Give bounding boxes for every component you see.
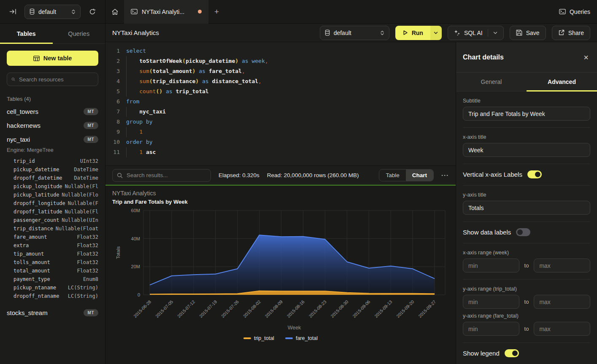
new-table-button[interactable]: New table xyxy=(7,51,98,66)
more-options-button[interactable]: ··· xyxy=(441,172,449,179)
vertical-labels-label: Vertical x-axis Labels xyxy=(463,171,522,178)
data-labels-toggle[interactable] xyxy=(516,228,530,236)
y-range-fare-group: y-axis range (fare_total) to xyxy=(463,313,590,336)
home-button[interactable] xyxy=(109,6,121,18)
column-row: pickup_longitudeNullable(Fl xyxy=(7,182,98,191)
engine-badge: MT xyxy=(84,122,98,129)
data-labels-section: Show data labels xyxy=(463,222,590,243)
line-number: 4 xyxy=(111,76,120,86)
line-number: 3 xyxy=(111,66,120,76)
editor-line: 10order by xyxy=(111,137,456,147)
code-text: select xyxy=(126,46,146,56)
chevron-down-icon[interactable] xyxy=(493,31,497,35)
column-type: LC(String) xyxy=(68,293,98,299)
column-type: LC(String) xyxy=(68,285,98,291)
column-row: dropoff_ntanameLC(String) xyxy=(7,292,98,300)
x-range-max-input[interactable] xyxy=(534,259,590,272)
code-text: 1 asc xyxy=(126,147,156,157)
x-axis-title-label: x-axis title xyxy=(463,134,590,140)
y-range-fare-max-input[interactable] xyxy=(534,322,590,336)
x-tick-label: 2015-06-28 xyxy=(132,299,152,319)
sidebar-tab-queries[interactable]: Queries xyxy=(53,24,105,43)
collapse-sidebar-button[interactable] xyxy=(7,6,19,18)
legend-swatch xyxy=(285,337,293,339)
legend-item-trip_total[interactable]: trip_total xyxy=(243,335,274,341)
y-range-trip-min-input[interactable] xyxy=(463,295,519,309)
queries-button[interactable]: Queries xyxy=(559,8,590,15)
table-row[interactable]: hackernewsMT xyxy=(7,119,98,132)
run-options-button[interactable] xyxy=(430,26,442,40)
tab-advanced[interactable]: Advanced xyxy=(527,73,597,91)
table-row[interactable]: nyc_taxiMT xyxy=(7,132,98,146)
details-body: Subtitle x-axis title Vertical x-axis La… xyxy=(456,92,597,364)
arrow-to-bar-icon xyxy=(9,8,16,15)
view-toggle-chart[interactable]: Chart xyxy=(406,170,433,181)
line-number: 9 xyxy=(111,127,120,137)
database-selector-value: default xyxy=(38,8,68,15)
column-type: Float32 xyxy=(77,259,98,265)
y-range-trip-max-input[interactable] xyxy=(534,295,590,309)
table-row[interactable]: cell_towersMT xyxy=(7,105,98,119)
sql-ai-button[interactable]: SQL AI xyxy=(448,26,504,40)
line-number: 8 xyxy=(111,117,120,127)
sidebar-content: New table Tables (4) cell_towersMThacker… xyxy=(0,44,105,364)
table-engine: Engine: MergeTree xyxy=(7,147,98,153)
column-name: total_amount xyxy=(14,268,50,274)
run-button[interactable]: Run xyxy=(395,26,430,40)
query-database-selector[interactable]: default xyxy=(320,26,389,40)
query-title: NYTaxi Analytics xyxy=(112,29,159,36)
share-button[interactable]: Share xyxy=(552,26,590,40)
legend-item-fare_total[interactable]: fare_total xyxy=(285,335,318,341)
tab-general-label: General xyxy=(481,78,502,85)
column-type: Nullable(UIn xyxy=(62,217,98,223)
tab-general[interactable]: General xyxy=(456,73,527,91)
x-axis-title-input[interactable] xyxy=(463,143,590,157)
chart-plot[interactable]: 020M40M60M2015-06-282015-07-052015-07-12… xyxy=(105,186,456,361)
share-icon xyxy=(558,30,565,36)
show-legend-label: Show legend xyxy=(463,350,500,357)
vertical-labels-toggle[interactable] xyxy=(527,170,542,178)
x-range-min-input[interactable] xyxy=(463,259,519,272)
elapsed-stat: Elapsed: 0.320s xyxy=(219,172,259,178)
column-row: pickup_latitudeNullable(Flo xyxy=(7,191,98,199)
engine-badge: MT xyxy=(84,108,98,115)
column-type: Float32 xyxy=(77,243,98,248)
unsaved-dot xyxy=(198,10,202,13)
toggle-knob xyxy=(535,172,540,177)
new-tab-button[interactable]: + xyxy=(214,7,219,16)
column-row: trip_idUInt32 xyxy=(7,157,98,165)
results-bar: Elapsed: 0.320s Read: 20,000,000 rows (2… xyxy=(105,165,456,185)
sidebar-tab-tables[interactable]: Tables xyxy=(0,24,53,43)
tables-section-label: Tables (4) xyxy=(7,96,98,102)
column-name: trip_distance xyxy=(14,226,53,232)
column-name: extra xyxy=(14,243,29,248)
column-row: payment_typeEnum8 xyxy=(7,275,98,283)
save-button[interactable]: Save xyxy=(510,26,546,40)
editor-line: 3 sum(total_amount) as fare_total, xyxy=(111,66,456,76)
column-row: dropoff_longitudeNullable(F xyxy=(7,199,98,208)
refresh-button[interactable] xyxy=(86,6,98,18)
table-row[interactable]: stocks_streamMT xyxy=(7,306,98,320)
queries-button-label: Queries xyxy=(570,8,590,15)
legend-label: fare_total xyxy=(296,335,318,341)
column-type: Enum8 xyxy=(83,276,98,282)
query-tab[interactable]: NYTaxi Analyti... xyxy=(124,0,208,24)
database-selector[interactable]: default xyxy=(24,5,81,19)
y-range-fare-min-input[interactable] xyxy=(463,322,519,336)
show-legend-toggle[interactable] xyxy=(505,349,519,357)
x-tick-label: 2015-07-26 xyxy=(220,299,240,319)
sql-ai-label: SQL AI xyxy=(464,30,483,36)
subtitle-input[interactable] xyxy=(463,107,590,121)
view-toggle-table[interactable]: Table xyxy=(379,170,405,181)
y-axis-title-input[interactable] xyxy=(463,201,590,215)
resource-search-input[interactable] xyxy=(19,76,94,83)
x-range-section: x-axis range (week) to xyxy=(463,243,590,280)
column-name: dropoff_longitude xyxy=(14,200,65,206)
column-type: Nullable(Flo xyxy=(62,192,98,198)
sql-editor[interactable]: 1select2 toStartOfWeek(pickup_datetime) … xyxy=(105,42,456,165)
column-row: pickup_ntanameLC(String) xyxy=(7,283,98,292)
column-name: tolls_amount xyxy=(14,259,50,265)
close-icon[interactable]: × xyxy=(583,53,589,62)
results-search-input[interactable] xyxy=(127,172,206,178)
editor-line: 9 1 xyxy=(111,127,456,137)
